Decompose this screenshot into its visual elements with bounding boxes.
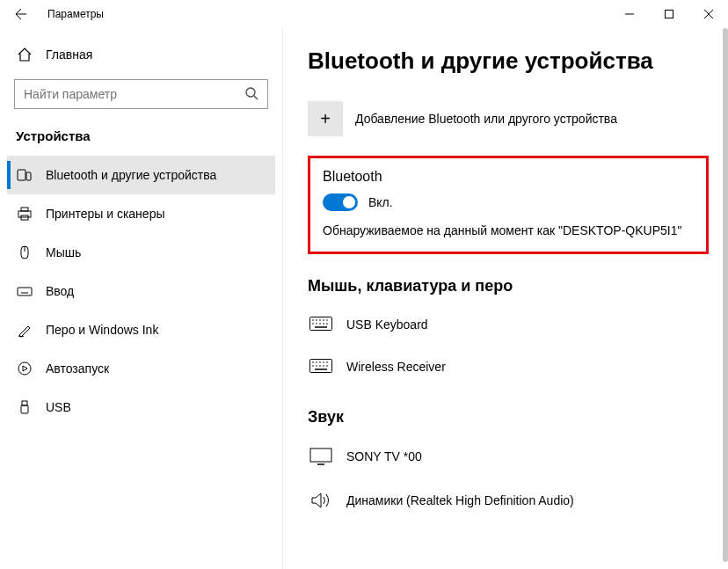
device-row[interactable]: Динамики (Realtek High Definition Audio)	[308, 483, 703, 527]
nav-label: Принтеры и сканеры	[46, 207, 164, 221]
bluetooth-section: Bluetooth Вкл. Обнаруживаемое на данный …	[308, 156, 709, 254]
nav-label: Bluetooth и другие устройства	[46, 168, 216, 182]
svg-rect-1	[665, 11, 673, 18]
svg-point-30	[319, 323, 321, 325]
svg-rect-46	[310, 449, 331, 462]
nav-mouse[interactable]: Мышь	[7, 233, 275, 272]
window-controls	[609, 0, 728, 28]
device-name: Wireless Receiver	[346, 360, 446, 374]
page-title: Bluetooth и другие устройства	[308, 47, 703, 75]
svg-rect-9	[21, 208, 28, 211]
devices-icon	[16, 166, 33, 184]
svg-point-39	[326, 361, 328, 363]
device-row[interactable]: USB Keyboard	[308, 308, 703, 350]
bluetooth-heading: Bluetooth	[323, 169, 694, 185]
speaker-icon	[308, 492, 334, 509]
svg-point-38	[323, 361, 324, 363]
search-box[interactable]	[14, 79, 268, 109]
svg-rect-8	[18, 211, 31, 217]
search-icon	[244, 86, 258, 103]
svg-point-40	[312, 365, 314, 367]
maximize-button[interactable]	[649, 0, 688, 28]
nav-pen[interactable]: Перо и Windows Ink	[7, 310, 275, 349]
svg-point-26	[323, 319, 324, 321]
nav-home-label: Главная	[46, 47, 92, 62]
add-device-row[interactable]: + Добавление Bluetooth или другого устро…	[308, 101, 703, 136]
svg-point-23	[312, 319, 314, 321]
minimize-icon	[625, 10, 634, 18]
nav-autoplay[interactable]: Автозапуск	[7, 349, 275, 388]
minimize-button[interactable]	[609, 0, 649, 28]
close-button[interactable]	[688, 0, 728, 28]
add-device-label: Добавление Bluetooth или другого устройс…	[355, 112, 617, 126]
home-icon	[16, 46, 33, 63]
sidebar: Главная Устройства Bluetooth и другие ус…	[0, 28, 283, 569]
svg-point-28	[312, 323, 314, 325]
bluetooth-state: Вкл.	[368, 195, 393, 209]
svg-point-36	[316, 361, 317, 363]
svg-rect-7	[26, 172, 31, 180]
nav-label: Мышь	[46, 245, 81, 259]
nav-label: Ввод	[46, 284, 74, 298]
nav-label: Автозапуск	[46, 361, 109, 376]
svg-rect-20	[22, 401, 27, 405]
svg-rect-13	[18, 288, 32, 295]
nav-label: Перо и Windows Ink	[46, 323, 158, 337]
section-heading-audio: Звук	[308, 408, 703, 427]
device-name: USB Keyboard	[346, 317, 428, 332]
mouse-icon	[16, 244, 33, 261]
keyboard-icon	[308, 359, 334, 375]
svg-point-43	[323, 365, 324, 367]
section-heading-input: Мышь, клавиатура и перо	[308, 277, 703, 295]
keyboard-icon	[308, 317, 334, 332]
keyboard-icon	[16, 282, 33, 300]
usb-icon	[16, 398, 33, 416]
nav-bluetooth[interactable]: Bluetooth и другие устройства	[7, 156, 275, 194]
nav-printers[interactable]: Принтеры и сканеры	[7, 194, 275, 233]
device-name: SONY TV *00	[346, 449, 422, 463]
titlebar: Параметры	[0, 0, 728, 28]
svg-point-35	[312, 361, 314, 363]
bluetooth-toggle[interactable]	[323, 193, 358, 211]
nav-home[interactable]: Главная	[7, 37, 275, 76]
pen-icon	[16, 321, 33, 339]
svg-rect-21	[21, 405, 28, 413]
autoplay-icon	[16, 360, 33, 377]
bluetooth-discoverable: Обнаруживаемое на данный момент как "DES…	[323, 223, 694, 237]
svg-point-24	[316, 319, 317, 321]
svg-point-41	[316, 365, 317, 367]
plus-icon: +	[308, 101, 343, 136]
svg-point-31	[323, 323, 324, 325]
svg-point-42	[319, 365, 321, 367]
back-button[interactable]	[0, 0, 42, 28]
device-row[interactable]: Wireless Receiver	[308, 350, 703, 392]
svg-point-25	[319, 319, 321, 321]
svg-line-5	[254, 96, 258, 99]
window-title: Параметры	[42, 8, 104, 20]
bluetooth-toggle-row: Вкл.	[323, 193, 694, 211]
nav-typing[interactable]: Ввод	[7, 272, 275, 310]
close-icon	[704, 10, 713, 18]
svg-point-27	[326, 319, 328, 321]
device-row[interactable]: SONY TV *00	[308, 439, 703, 483]
monitor-icon	[308, 448, 334, 465]
nav-usb[interactable]: USB	[7, 388, 275, 427]
svg-point-37	[319, 361, 321, 363]
arrow-left-icon	[14, 7, 28, 21]
search-input[interactable]	[24, 87, 244, 101]
svg-point-19	[18, 362, 31, 375]
scrollbar[interactable]	[723, 28, 728, 562]
svg-point-29	[316, 323, 317, 325]
svg-rect-6	[18, 170, 25, 180]
printer-icon	[16, 205, 33, 222]
svg-point-4	[246, 88, 255, 97]
main-content: Bluetooth и другие устройства + Добавлен…	[283, 28, 728, 569]
nav-label: USB	[46, 400, 71, 414]
svg-point-44	[326, 365, 328, 367]
svg-point-32	[326, 323, 328, 325]
category-heading: Устройства	[7, 125, 275, 156]
maximize-icon	[665, 10, 673, 18]
device-name: Динамики (Realtek High Definition Audio)	[346, 493, 574, 507]
